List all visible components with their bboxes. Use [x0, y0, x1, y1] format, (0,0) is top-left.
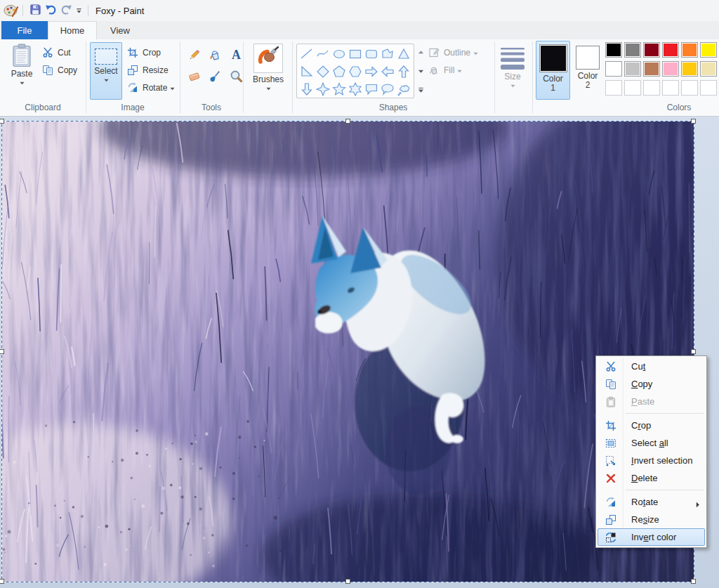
shape-rounded-rectangle[interactable]	[363, 45, 379, 63]
selection-handle-top-middle[interactable]	[345, 119, 350, 124]
shape-pentagon[interactable]	[331, 63, 347, 80]
paint-app-icon[interactable]	[3, 3, 18, 18]
shape-arrow-down[interactable]	[298, 80, 315, 98]
chevron-down-icon	[510, 83, 515, 88]
shape-curve[interactable]	[315, 45, 331, 63]
copy-menu-item[interactable]: Copy	[598, 375, 705, 393]
shape-oval[interactable]	[331, 45, 347, 63]
selection-handle-top-right[interactable]	[691, 119, 696, 124]
palette-swatch-ff7f27[interactable]	[681, 42, 698, 58]
paste-button[interactable]: Paste	[6, 42, 38, 100]
shape-star-5[interactable]	[331, 80, 347, 98]
palette-swatch-000000[interactable]	[605, 42, 622, 58]
rotate-icon	[127, 82, 139, 94]
palette-swatch-880015[interactable]	[643, 42, 660, 58]
chevron-down-icon	[473, 48, 478, 58]
shape-callout-cloud[interactable]	[395, 80, 411, 98]
outline-button[interactable]: Outline	[428, 45, 478, 60]
delete-icon	[598, 473, 624, 484]
redo-button[interactable]	[58, 3, 74, 18]
shapes-more-button[interactable]	[416, 81, 426, 98]
delete-menu-item[interactable]: Delete	[598, 469, 705, 487]
fill-bucket-tool-button[interactable]	[205, 46, 225, 66]
palette-empty-slot[interactable]	[681, 80, 698, 96]
palette-swatch-b97a57[interactable]	[643, 61, 660, 77]
color2-number: 2	[586, 81, 591, 90]
color1-button[interactable]: Color 1	[536, 41, 570, 100]
shape-diamond[interactable]	[315, 63, 331, 80]
select-all-menu-item[interactable]: Select all	[598, 434, 705, 452]
palette-empty-slot[interactable]	[624, 80, 641, 96]
palette-swatch-efe4b0[interactable]	[700, 61, 717, 77]
palette-swatch-c3c3c3[interactable]	[624, 61, 641, 77]
resize-menu-item[interactable]: Resize	[598, 511, 705, 528]
selection-handle-bottom-right[interactable]	[691, 579, 696, 584]
crop-menu-label: Crop	[631, 420, 651, 431]
shapes-scroll-up-button[interactable]	[416, 44, 426, 60]
selection-handle-top-left[interactable]	[0, 119, 4, 124]
scissors-icon	[598, 361, 624, 372]
selection-handle-bottom-middle[interactable]	[345, 579, 350, 584]
shape-rectangle[interactable]	[347, 45, 363, 63]
svg-text:A: A	[232, 48, 241, 62]
shape-polygon[interactable]	[379, 45, 395, 63]
cut-menu-item[interactable]: Cut	[598, 358, 705, 375]
shape-star-4[interactable]	[315, 80, 331, 98]
invert-selection-menu-item[interactable]: Invert selection	[598, 452, 705, 469]
rotate-menu-item[interactable]: Rotate	[598, 493, 705, 511]
brushes-button[interactable]: Brushes	[249, 42, 288, 101]
shape-arrow-up[interactable]	[395, 63, 411, 80]
shape-star-6[interactable]	[347, 80, 363, 98]
cut-button[interactable]: Cut	[42, 45, 71, 60]
shape-hexagon[interactable]	[347, 63, 363, 80]
divider	[22, 5, 23, 16]
palette-empty-slot[interactable]	[605, 80, 622, 96]
palette-swatch-ffc90e[interactable]	[681, 61, 698, 77]
palette-swatch-fff200[interactable]	[700, 42, 717, 58]
selection-handle-middle-left[interactable]	[0, 349, 4, 354]
eraser-tool-button[interactable]	[184, 67, 204, 87]
shape-callout-rectangle[interactable]	[363, 80, 379, 98]
selection-handle-bottom-left[interactable]	[0, 579, 4, 584]
color2-button[interactable]: Color 2	[572, 41, 603, 100]
tab-file[interactable]: File	[1, 21, 48, 39]
outline-pen-icon	[428, 47, 440, 59]
crop-label: Crop	[143, 48, 161, 58]
rotate-label: Rotate	[143, 83, 167, 93]
palette-empty-slot[interactable]	[700, 80, 717, 96]
shape-fill-button[interactable]: Fill	[428, 63, 462, 78]
shape-arrow-right[interactable]	[363, 63, 379, 80]
invert-color-menu-item[interactable]: Invert color	[598, 528, 705, 546]
tab-home[interactable]: Home	[48, 21, 97, 39]
image-group-label: Image	[86, 103, 180, 114]
group-divider	[243, 41, 244, 113]
palette-swatch-ffffff[interactable]	[605, 61, 622, 77]
size-button[interactable]: Size	[496, 42, 529, 101]
palette-swatch-ffaec9[interactable]	[662, 61, 679, 77]
palette-empty-slot[interactable]	[643, 80, 660, 96]
shape-callout-oval[interactable]	[379, 80, 395, 98]
shape-line[interactable]	[298, 45, 315, 63]
color-picker-tool-button[interactable]	[205, 67, 225, 87]
shape-arrow-left[interactable]	[379, 63, 395, 80]
palette-empty-slot[interactable]	[662, 80, 679, 96]
tab-view[interactable]: View	[97, 21, 143, 39]
shapes-scroll-down-button[interactable]	[416, 63, 426, 79]
size-icon	[499, 46, 527, 70]
pencil-tool-button[interactable]	[184, 46, 204, 66]
shape-triangle[interactable]	[395, 45, 411, 63]
selection-handle-middle-right[interactable]	[691, 349, 696, 354]
resize-button[interactable]: Resize	[127, 63, 169, 78]
crop-button[interactable]: Crop	[127, 45, 161, 60]
palette-swatch-7f7f7f[interactable]	[624, 42, 641, 58]
select-button[interactable]: Select	[90, 42, 122, 100]
customize-quick-access-button[interactable]	[74, 5, 84, 16]
copy-button[interactable]: Copy	[42, 63, 77, 78]
save-button[interactable]	[27, 3, 43, 18]
crop-menu-item[interactable]: Crop	[598, 417, 705, 434]
palette-swatch-ed1c24[interactable]	[662, 42, 679, 58]
shape-right-triangle[interactable]	[298, 63, 315, 80]
undo-button[interactable]	[43, 3, 58, 18]
canvas-image-fox[interactable]	[2, 122, 694, 582]
rotate-button[interactable]: Rotate	[127, 80, 175, 96]
